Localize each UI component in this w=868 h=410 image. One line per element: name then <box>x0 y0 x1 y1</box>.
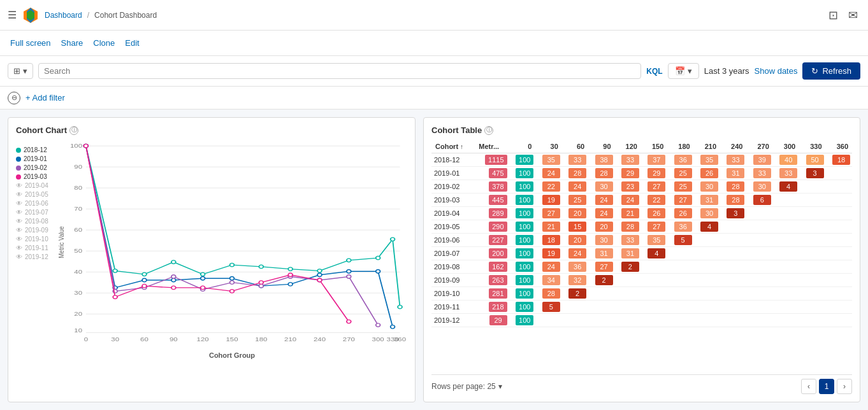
legend-2019-03[interactable]: 2019-03 <box>16 173 57 180</box>
chart-info-icon[interactable]: ⓘ <box>69 126 78 135</box>
svg-point-58 <box>347 270 351 274</box>
table-row: 2019-081621002436272 <box>431 260 852 274</box>
cohort-cell: 2019-05 <box>431 220 475 234</box>
x-axis-label: Cohort Group <box>57 351 407 359</box>
metric-cell: 281 <box>475 287 509 300</box>
value-cell: 100 <box>509 194 536 207</box>
value-cell: 34 <box>535 274 561 287</box>
value-cell <box>826 167 852 180</box>
edit-link[interactable]: Edit <box>125 38 139 48</box>
page-1-button[interactable]: 1 <box>819 379 834 394</box>
legend-2019-10[interactable]: 👁 2019-10 <box>16 236 57 243</box>
svg-point-81 <box>347 320 351 323</box>
metric-cell: 289 <box>475 207 509 220</box>
svg-point-47 <box>391 237 395 241</box>
value-cell <box>826 314 852 327</box>
svg-text:180: 180 <box>255 336 267 343</box>
value-cell <box>667 300 693 314</box>
chevron-down-icon2: ▾ <box>688 66 692 76</box>
value-cell <box>826 274 852 287</box>
legend-2019-02[interactable]: 2019-02 <box>16 164 57 171</box>
mail-icon[interactable]: ✉ <box>846 6 860 25</box>
chevron-down-icon3[interactable]: ▾ <box>498 382 502 391</box>
value-cell <box>588 287 614 300</box>
search-type-button[interactable]: ⊞ ▾ <box>8 63 33 79</box>
monitor-icon[interactable]: ⊡ <box>826 6 841 25</box>
kql-button[interactable]: KQL <box>646 67 662 76</box>
breadcrumb-home[interactable]: Dashboard <box>45 11 82 20</box>
svg-point-51 <box>142 278 147 282</box>
svg-point-67 <box>259 284 263 288</box>
legend-2019-11[interactable]: 👁 2019-11 <box>16 244 57 251</box>
col-metric[interactable]: Metr... <box>475 140 509 153</box>
legend-2019-05[interactable]: 👁 2019-05 <box>16 191 57 198</box>
svg-point-77 <box>230 290 235 293</box>
add-filter-button[interactable]: + Add filter <box>25 93 65 102</box>
next-page-button[interactable]: › <box>837 379 852 394</box>
main-content: Cohort Chart ⓘ 2018-12 2019-01 2019-02 <box>0 110 868 410</box>
value-cell <box>694 287 720 300</box>
table-row: 2019-112181005 <box>431 300 852 314</box>
value-cell: 26 <box>667 207 693 220</box>
search-input[interactable] <box>44 66 635 76</box>
svg-text:90: 90 <box>170 336 178 343</box>
value-cell <box>615 300 641 314</box>
breadcrumb: Dashboard / Cohort Dashboard <box>45 11 157 20</box>
prev-page-button[interactable]: ‹ <box>801 379 816 394</box>
table-info-icon[interactable]: ⓘ <box>484 126 493 135</box>
svg-point-78 <box>259 281 263 285</box>
show-dates-button[interactable]: Show dates <box>755 66 798 76</box>
value-cell <box>641 300 667 314</box>
refresh-button[interactable]: ↻ Refresh <box>802 62 860 80</box>
value-cell: 30 <box>694 207 720 220</box>
value-cell: 23 <box>615 180 641 194</box>
value-cell: 15 <box>562 220 588 234</box>
svg-point-56 <box>288 283 293 286</box>
table-row: 2019-07200100192431314 <box>431 247 852 260</box>
fullscreen-link[interactable]: Full screen <box>10 38 51 48</box>
legend-2019-08[interactable]: 👁 2019-08 <box>16 218 57 225</box>
date-range-button[interactable]: 📅 ▾ <box>668 63 699 79</box>
table-footer: Rows per page: 25 ▾ ‹ 1 › <box>431 374 852 394</box>
svg-point-74 <box>142 284 147 288</box>
value-cell <box>773 207 799 220</box>
filter-bar: ⊖ + Add filter <box>0 87 868 110</box>
value-cell <box>588 300 614 314</box>
metric-cell: 378 <box>475 180 509 194</box>
legend-2019-06[interactable]: 👁 2019-06 <box>16 200 57 207</box>
cohort-table: Cohort ↑ Metr... 0 30 60 90 120 150 180 … <box>431 140 852 327</box>
action-bar: Full screen Share Clone Edit <box>0 31 868 56</box>
value-cell <box>694 260 720 274</box>
svg-point-43 <box>288 267 293 271</box>
filter-circle-icon[interactable]: ⊖ <box>8 92 20 104</box>
value-cell: 100 <box>509 260 536 274</box>
table-scroll[interactable]: Cohort ↑ Metr... 0 30 60 90 120 150 180 … <box>431 140 852 369</box>
svg-text:300: 300 <box>372 336 384 343</box>
legend-2018-12[interactable]: 2018-12 <box>16 146 57 153</box>
value-cell: 50 <box>799 153 825 167</box>
metric-cell: 29 <box>475 314 509 327</box>
clone-link[interactable]: Clone <box>93 38 115 48</box>
value-cell <box>826 300 852 314</box>
pagination: ‹ 1 › <box>801 379 852 394</box>
value-cell: 31 <box>588 247 614 260</box>
value-cell <box>720 247 746 260</box>
legend-2019-04[interactable]: 👁 2019-04 <box>16 182 57 189</box>
value-cell <box>826 234 852 247</box>
col-cohort[interactable]: Cohort ↑ <box>431 140 475 153</box>
value-cell: 6 <box>746 194 772 207</box>
value-cell: 29 <box>641 167 667 180</box>
legend-2019-09[interactable]: 👁 2019-09 <box>16 227 57 234</box>
hamburger-icon[interactable]: ☰ <box>8 9 17 21</box>
value-cell <box>799 194 825 207</box>
value-cell: 36 <box>667 220 693 234</box>
legend-2019-01[interactable]: 2019-01 <box>16 155 57 162</box>
value-cell: 100 <box>509 287 536 300</box>
legend-2019-12[interactable]: 👁 2019-12 <box>16 253 57 260</box>
value-cell <box>826 287 852 300</box>
search-input-wrap <box>38 63 641 79</box>
legend-2019-07[interactable]: 👁 2019-07 <box>16 209 57 216</box>
col-180: 180 <box>667 140 693 153</box>
share-link[interactable]: Share <box>61 38 83 48</box>
value-cell <box>773 287 799 300</box>
